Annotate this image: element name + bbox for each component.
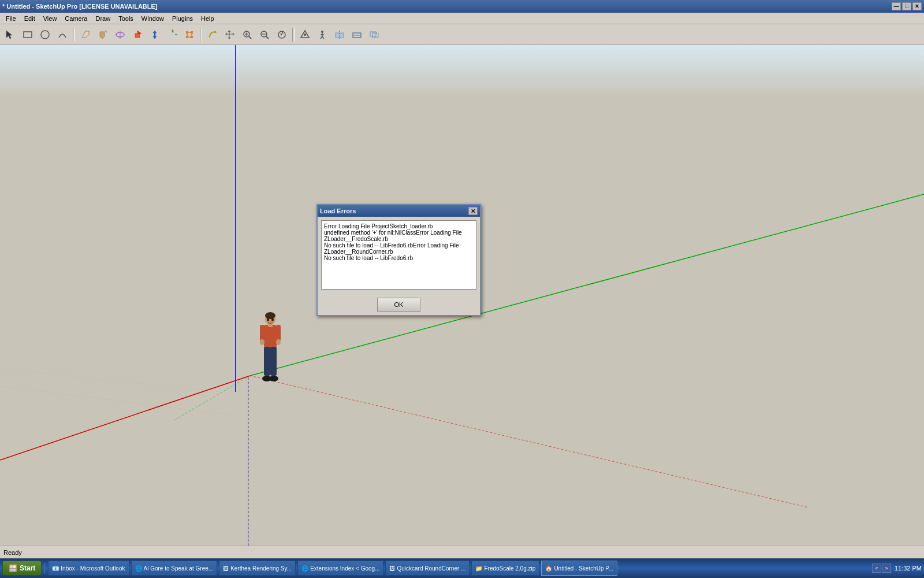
tool-zoom-extents[interactable] (274, 27, 290, 43)
svg-rect-49 (260, 325, 264, 341)
start-button[interactable]: 🪟 Start (2, 561, 42, 576)
menu-draw[interactable]: Draw (92, 14, 114, 23)
error-text-area[interactable]: Error Loading File ProjectSketch_loader.… (321, 220, 476, 290)
taskbar-item-algore[interactable]: 🌐 Al Gore to Speak at Gree... (131, 561, 218, 576)
tool-toggle-section[interactable] (349, 27, 365, 43)
dialog-footer: OK (318, 294, 480, 315)
tool-walk[interactable] (314, 27, 330, 43)
svg-line-42 (250, 376, 808, 507)
menu-tools[interactable]: Tools (115, 14, 137, 23)
load-errors-dialog: Load Errors ✕ Error Loading File Project… (316, 204, 481, 316)
menu-plugins[interactable]: Plugins (169, 14, 196, 23)
menu-edit[interactable]: Edit (21, 14, 39, 23)
svg-rect-53 (268, 324, 273, 327)
scroll-left-button[interactable]: « (872, 564, 881, 573)
svg-line-43 (173, 376, 250, 421)
tool-push-pull[interactable] (129, 27, 146, 43)
tool-arc[interactable] (54, 27, 70, 43)
start-icon: 🪟 (9, 564, 17, 572)
svg-point-59 (271, 318, 274, 321)
dialog-close-button[interactable]: ✕ (468, 207, 478, 215)
toolbar-sep-1 (73, 28, 75, 42)
tool-circle[interactable] (37, 27, 53, 43)
taskbar-item-sketchup[interactable]: 🏠 Untitled - SketchUp P... (541, 561, 617, 576)
algore-label: Al Gore to Speak at Gree... (144, 565, 214, 572)
svg-marker-8 (153, 31, 157, 39)
tool-move[interactable] (147, 27, 163, 43)
tool-paint-bucket[interactable] (95, 27, 111, 43)
maximize-button[interactable]: □ (902, 2, 911, 10)
tool-section-plane[interactable] (331, 27, 348, 43)
tool-zoom-in[interactable] (239, 27, 255, 43)
status-ready: Ready (3, 549, 22, 556)
tool-rotate[interactable] (164, 27, 180, 43)
menu-view[interactable]: View (40, 14, 61, 23)
sketchup-label: Untitled - SketchUp P... (554, 565, 613, 572)
tool-look-around[interactable] (297, 27, 313, 43)
canvas-area[interactable]: Load Errors ✕ Error Loading File Project… (0, 45, 924, 546)
scroll-right-button[interactable]: » (882, 564, 891, 573)
fredoscale-icon: 📁 (475, 565, 482, 572)
svg-rect-36 (370, 32, 376, 36)
kerthea-label: Kerthea Rendering Sy... (230, 565, 292, 572)
tool-scale[interactable] (181, 27, 198, 43)
close-button[interactable]: ✕ (912, 2, 922, 10)
taskbar-scroll-buttons: « » (872, 564, 891, 573)
svg-point-58 (267, 318, 269, 321)
svg-point-47 (265, 312, 275, 319)
dialog-title: Load Errors (320, 208, 356, 214)
extensions-label: Extensions Index < Goog... (310, 565, 379, 572)
svg-point-27 (321, 31, 323, 33)
svg-marker-24 (280, 31, 284, 36)
menu-bar: File Edit View Camera Draw Tools Window … (0, 13, 924, 24)
taskbar-separator (44, 562, 45, 574)
svg-rect-54 (264, 347, 270, 376)
taskbar-item-extensions[interactable]: 🌐 Extensions Index < Goog... (297, 561, 383, 576)
svg-marker-3 (82, 31, 89, 38)
extensions-icon: 🌐 (301, 565, 308, 572)
tool-orbit[interactable] (112, 27, 128, 43)
taskbar-item-fredoscale[interactable]: 📁 FredoScale 2.0g.zip (471, 561, 539, 576)
svg-line-31 (322, 36, 324, 39)
svg-rect-13 (186, 36, 188, 38)
outlook-icon: 📧 (52, 565, 59, 572)
menu-window[interactable]: Window (138, 14, 167, 23)
taskbar-item-quickcard[interactable]: 🖼 Quickcard RoundCorner ... (385, 561, 470, 576)
svg-line-21 (266, 36, 269, 39)
svg-rect-1 (24, 32, 32, 38)
taskbar-item-outlook[interactable]: 📧 Inbox - Microsoft Outlook (48, 561, 129, 576)
taskbar: 🪟 Start 📧 Inbox - Microsoft Outlook 🌐 Al… (0, 558, 924, 578)
tool-rectangle[interactable] (20, 27, 36, 43)
svg-line-45 (0, 369, 219, 392)
minimize-button[interactable]: — (892, 2, 901, 10)
svg-marker-6 (137, 31, 141, 34)
tool-eraser[interactable] (77, 27, 94, 43)
status-bar: Ready (0, 546, 924, 558)
fredoscale-label: FredoScale 2.0g.zip (484, 565, 535, 572)
svg-line-41 (0, 376, 250, 460)
tool-select[interactable] (2, 27, 18, 43)
start-label: Start (20, 564, 35, 572)
quickcard-label: Quickcard RoundCorner ... (397, 565, 465, 572)
svg-line-17 (249, 36, 251, 39)
ok-button[interactable]: OK (377, 298, 420, 312)
outlook-label: Inbox - Microsoft Outlook (61, 565, 125, 572)
svg-point-26 (304, 34, 306, 36)
tool-toggle-section-planes[interactable] (366, 27, 382, 43)
svg-rect-12 (191, 31, 193, 34)
svg-marker-0 (6, 31, 12, 39)
svg-rect-48 (264, 325, 277, 348)
dialog-title-bar: Load Errors ✕ (318, 205, 480, 217)
menu-camera[interactable]: Camera (61, 14, 91, 23)
tool-zoom-out[interactable] (256, 27, 273, 43)
human-figure (256, 312, 285, 396)
title-bar-buttons: — □ ✕ (892, 2, 922, 10)
taskbar-item-kerthea[interactable]: 🖼 Kerthea Rendering Sy... (219, 561, 296, 576)
toolbar (0, 24, 924, 45)
kerthea-icon: 🖼 (223, 565, 229, 572)
menu-file[interactable]: File (2, 14, 20, 23)
tool-follow-me[interactable] (204, 27, 221, 43)
tool-pan[interactable] (222, 27, 238, 43)
menu-help[interactable]: Help (198, 14, 218, 23)
svg-rect-55 (270, 347, 277, 376)
